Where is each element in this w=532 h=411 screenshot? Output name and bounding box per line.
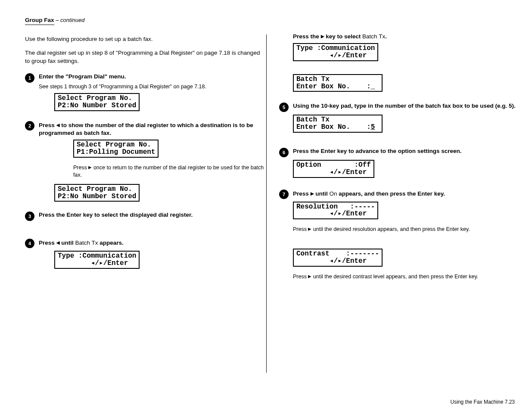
step-5: 5 Using the 10-key pad, type in the numb… [279,102,516,112]
step-2: 2 Press to show the number of the dial r… [25,121,264,137]
step-1-title: Enter the "Program Dial" menu. [39,73,264,81]
left-arrow-icon [56,240,60,246]
page-footer: Using the Fax Machine 7.23 [451,399,515,405]
step-number-1: 1 [25,73,34,83]
lcd-screen: Select Program No.P1:Polling Document [73,140,159,158]
step-6-title: Press the Enter key to advance to the op… [293,147,516,155]
step-7-title: Press until On appears, and then press t… [293,189,516,198]
lcd-screen: Type :Communication ◂/▸/Enter [54,251,140,269]
left-arrow-icon [56,122,60,128]
step-number-6: 6 [279,148,289,157]
step-number-7: 7 [279,190,289,199]
step-5-title: Using the 10-key pad, type in the number… [293,102,516,110]
contrast-extra: Press until the desired contrast level a… [293,272,516,280]
right-arrow-icon [311,190,314,197]
step-1: 1 Enter the "Program Dial" menu. See ste… [25,73,264,90]
section-title: Group Fax – continued [25,16,264,25]
intro-text-1: Use the following procedure to set up a … [25,35,264,43]
step-number-3: 3 [25,212,34,221]
lcd-screen: Select Program No.P2:No Number Stored [54,93,140,111]
step-7: 7 Press until On appears, and then press… [279,189,516,199]
lcd-screen: Resolution :----- ◂/▸/Enter [293,202,378,220]
lcd-screen: Type :Communication ◂/▸/Enter [293,43,378,61]
lcd-screen: Option :Off ◂/▸/Enter [293,160,374,178]
right-arrow-icon [321,33,324,40]
step-4-title: Press until Batch Tx appears. [39,238,264,247]
lcd-screen: Select Program No.P2:No Number Stored [54,184,140,202]
step-number-5: 5 [279,103,289,112]
step-number-2: 2 [25,121,34,131]
step-2-title: Press to show the number of the dial reg… [39,121,264,137]
step-1-desc: See steps 1 through 3 of "Programming a … [39,83,264,90]
lcd-screen: Batch Tx Enter Box No. :_ [293,74,383,92]
step-6: 6 Press the Enter key to advance to the … [279,147,516,157]
column-divider [266,34,267,373]
step-4: 4 Press until Batch Tx appears. [25,238,264,248]
step-7-extra: Press until the desired resolution appea… [293,224,516,233]
step-4b-title: Press the key to select Batch Tx. [293,32,516,40]
step-number-4: 4 [25,239,34,248]
step-3: 3 Press the Enter key to select the disp… [25,211,264,221]
step-2-extra: Press once to return to the number of th… [73,163,264,179]
step-3-title: Press the Enter key to select the displa… [39,211,264,219]
lcd-screen: Batch Tx Enter Box No. :5 [293,115,383,133]
intro-text-2: The dial register set up in step 8 of "P… [25,49,264,65]
lcd-screen: Contrast :------- ◂/▸/Enter [293,249,383,267]
